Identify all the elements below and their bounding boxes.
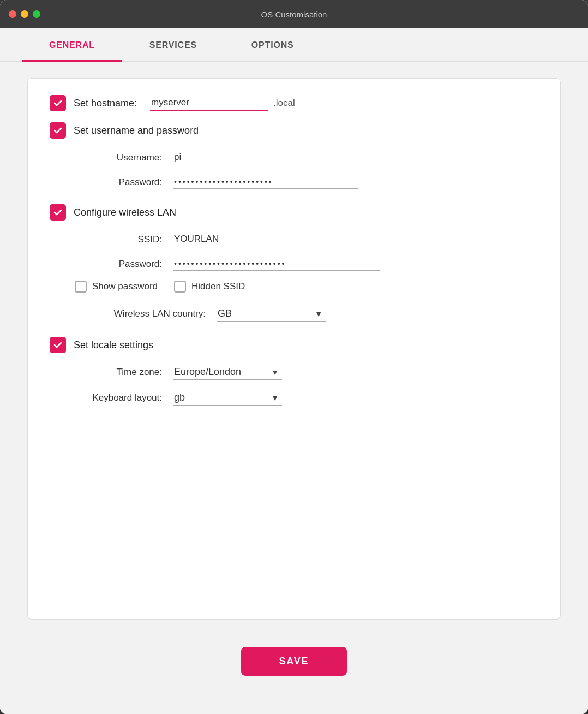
main-panel: Set hostname: .local Set username and pa… xyxy=(0,62,588,714)
user-checkbox[interactable] xyxy=(50,122,66,139)
keyboard-select-wrapper: gb us de fr ▼ xyxy=(173,390,282,406)
hostname-input-row: .local xyxy=(150,95,295,111)
user-section-row: Set username and password xyxy=(50,122,538,139)
keyboard-label: Keyboard layout: xyxy=(75,392,173,403)
wifi-options-row: Show password Hidden SSID xyxy=(50,281,538,293)
wifi-password-input[interactable] xyxy=(173,257,380,271)
country-row: Wireless LAN country: GB US DE FR ▼ xyxy=(50,306,538,322)
show-password-checkbox[interactable] xyxy=(75,281,87,293)
locale-section-row: Set locale settings xyxy=(50,337,538,353)
content-area: GENERAL SERVICES OPTIONS Set hostname: xyxy=(0,28,588,714)
timezone-select-wrapper: Europe/London America/New_York Asia/Toky… xyxy=(173,364,282,380)
app-window: OS Customisation GENERAL SERVICES OPTION… xyxy=(0,0,588,714)
keyboard-row: Keyboard layout: gb us de fr ▼ xyxy=(50,390,538,406)
check-icon-locale xyxy=(53,340,63,350)
traffic-lights xyxy=(9,10,40,18)
tab-services[interactable]: SERVICES xyxy=(122,28,224,62)
hostname-section-row: Set hostname: .local xyxy=(50,95,538,111)
show-password-label: Show password xyxy=(92,281,158,292)
username-row: Username: xyxy=(50,150,538,165)
country-label: Wireless LAN country: xyxy=(75,308,217,319)
username-input[interactable] xyxy=(173,150,358,165)
settings-card: Set hostname: .local Set username and pa… xyxy=(27,78,561,620)
ssid-input[interactable] xyxy=(173,231,380,247)
keyboard-select[interactable]: gb us de fr xyxy=(173,390,282,406)
hostname-input[interactable] xyxy=(150,95,268,111)
minimize-button[interactable] xyxy=(21,10,28,18)
hidden-ssid-checkbox[interactable] xyxy=(174,281,186,293)
wifi-password-label: Password: xyxy=(75,259,173,270)
user-password-label: Password: xyxy=(75,177,173,188)
hostname-suffix: .local xyxy=(273,98,295,109)
check-icon-wireless xyxy=(53,207,63,217)
footer: SAVE xyxy=(27,636,561,698)
show-password-item[interactable]: Show password xyxy=(75,281,158,293)
timezone-select[interactable]: Europe/London America/New_York Asia/Toky… xyxy=(173,364,282,380)
tab-bar: GENERAL SERVICES OPTIONS xyxy=(0,28,588,62)
country-select-wrapper: GB US DE FR ▼ xyxy=(217,306,326,322)
close-button[interactable] xyxy=(9,10,16,18)
ssid-label: SSID: xyxy=(75,234,173,245)
username-label: Username: xyxy=(75,152,173,163)
wireless-section-label: Configure wireless LAN xyxy=(74,207,176,218)
hostname-label: Set hostname: xyxy=(74,98,137,109)
check-icon-user xyxy=(53,126,63,135)
user-password-row: Password: xyxy=(50,175,538,189)
user-section-label: Set username and password xyxy=(74,125,199,136)
timezone-label: Time zone: xyxy=(75,367,173,378)
maximize-button[interactable] xyxy=(33,10,40,18)
wireless-checkbox[interactable] xyxy=(50,204,66,221)
window-title: OS Customisation xyxy=(261,10,327,19)
titlebar: OS Customisation xyxy=(0,0,588,28)
ssid-row: SSID: xyxy=(50,231,538,247)
tab-general[interactable]: GENERAL xyxy=(22,28,122,62)
hidden-ssid-label: Hidden SSID xyxy=(191,281,245,292)
check-icon xyxy=(53,98,63,108)
wireless-section-row: Configure wireless LAN xyxy=(50,204,538,221)
locale-section-label: Set locale settings xyxy=(74,340,153,351)
timezone-row: Time zone: Europe/London America/New_Yor… xyxy=(50,364,538,380)
locale-checkbox[interactable] xyxy=(50,337,66,353)
wifi-password-row: Password: xyxy=(50,257,538,271)
user-password-input[interactable] xyxy=(173,175,358,189)
tab-options[interactable]: OPTIONS xyxy=(224,28,321,62)
hostname-checkbox[interactable] xyxy=(50,95,66,111)
hidden-ssid-item[interactable]: Hidden SSID xyxy=(174,281,245,293)
country-select[interactable]: GB US DE FR xyxy=(217,306,326,322)
save-button[interactable]: SAVE xyxy=(241,647,347,676)
